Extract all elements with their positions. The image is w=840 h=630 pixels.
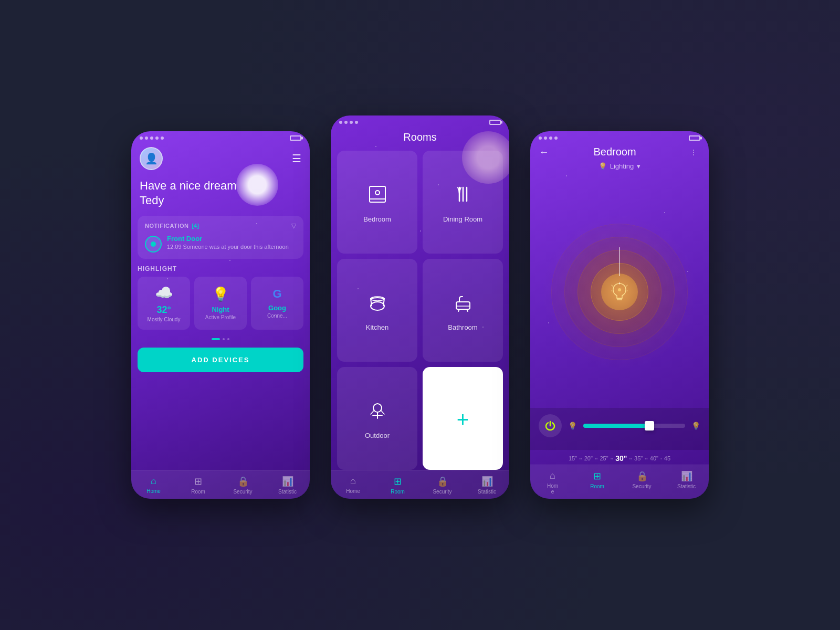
timer-40: 40" <box>650 455 658 461</box>
nav-home-label-3b: e <box>551 489 554 495</box>
nav-room-label-2: Room <box>391 489 405 495</box>
brightness-slider[interactable] <box>583 424 685 428</box>
timer-marks-row: 15" •• 20" •• 25" •• 30" •• 35" •• 40" •… <box>564 454 675 463</box>
notification-header: NOTIFICATION [4] ▽ <box>145 222 296 229</box>
nav-security-label: Security <box>233 489 252 495</box>
status-bar-3 <box>530 131 709 143</box>
nav-security-label-2: Security <box>433 489 452 495</box>
nav-statistic-label-2: Statistic <box>478 489 496 495</box>
nav-security-2[interactable]: 🔒 Security <box>420 470 465 499</box>
avatar[interactable]: 👤 <box>140 147 163 170</box>
svg-line-16 <box>381 410 384 414</box>
security-icon-2: 🔒 <box>437 476 448 487</box>
statistic-icon-2: 📊 <box>481 476 493 487</box>
more-options-icon[interactable]: ⋮ <box>690 148 700 156</box>
nav-statistic[interactable]: 📊 Statistic <box>265 470 310 499</box>
bulb-svg <box>611 282 628 301</box>
timer-dots-2: •• <box>595 456 598 461</box>
greeting-line1: Have a nice dream <box>140 178 301 194</box>
chevron-down-icon-2: ▾ <box>637 162 640 170</box>
phone1-content: 👤 ☰ Have a nice dream Tedy NOTIFICATION … <box>131 143 310 470</box>
room-card-dining[interactable]: Dining Room <box>423 151 503 254</box>
dot-active <box>212 338 220 340</box>
bathroom-label: Bathroom <box>448 323 477 331</box>
timer-dots-5: •• <box>645 456 648 461</box>
nav-home-label-2: Home <box>346 488 360 494</box>
bulb-icon: 💡 <box>212 286 229 302</box>
room-icon-2: ⊞ <box>394 476 402 487</box>
nav-security[interactable]: 🔒 Security <box>220 470 265 499</box>
phones-container: 👤 ☰ Have a nice dream Tedy NOTIFICATION … <box>131 131 709 499</box>
room-card-bathroom[interactable]: Bathroom <box>423 259 503 362</box>
nav-home-label: Home <box>146 488 161 494</box>
timer-30: 30" <box>615 454 627 463</box>
nav-room-3[interactable]: ⊞ Room <box>575 465 620 499</box>
timer-dots-4: •• <box>629 456 632 461</box>
slider-thumb[interactable] <box>645 421 654 430</box>
back-button[interactable]: ← <box>539 146 549 158</box>
google-subtitle: Conne... <box>267 313 287 319</box>
status-dots-2 <box>339 121 358 124</box>
highlight-weather-card[interactable]: ☁️ 32° Mostly Cloudy <box>138 277 190 330</box>
power-icon <box>545 421 555 431</box>
slider-fill <box>583 424 649 428</box>
notification-text: Front Door 12.09 Someone was at your doo… <box>167 235 289 250</box>
notification-dot <box>145 236 162 253</box>
notification-title: Front Door <box>167 235 289 243</box>
nav-room-2[interactable]: ⊞ Room <box>375 470 420 499</box>
phone2-content: Rooms Bedroom <box>331 127 509 470</box>
statistic-icon: 📊 <box>282 476 293 487</box>
highlight-google-card[interactable]: G Goog Conne... <box>251 277 303 330</box>
weather-label: Mostly Cloudy <box>148 317 181 322</box>
home-icon-3: ⌂ <box>550 470 555 481</box>
room-card-kitchen[interactable]: Kitchen <box>337 259 417 362</box>
highlight-label: HIGHLIGHT <box>138 265 303 272</box>
nav-home[interactable]: ⌂ Home <box>131 470 176 499</box>
lighting-label: 💡 Lighting ▾ <box>530 162 709 175</box>
night-subtitle: Active Profile <box>205 314 236 320</box>
nav-room[interactable]: ⊞ Room <box>176 470 220 499</box>
battery-icon-2 <box>489 120 501 125</box>
notification-description: 12.09 Someone was at your door this afte… <box>167 244 289 250</box>
nav-home-3[interactable]: ⌂ Hom e <box>530 465 575 499</box>
svg-rect-8 <box>456 302 470 309</box>
battery-icon <box>290 135 301 141</box>
google-title: Goog <box>268 304 286 312</box>
timer-dots-1: •• <box>579 456 582 461</box>
highlight-night-card[interactable]: 💡 Night Active Profile <box>194 277 247 330</box>
room-card-add[interactable]: + <box>423 367 503 470</box>
bulb-small-icon: 💡 <box>568 422 577 430</box>
home-icon: ⌂ <box>151 476 156 487</box>
highlight-section: HIGHLIGHT ☁️ 32° Mostly Cloudy 💡 Night A… <box>131 265 310 335</box>
svg-line-15 <box>371 410 374 414</box>
nav-statistic-2[interactable]: 📊 Statistic <box>465 470 509 499</box>
nav-home-2[interactable]: ⌂ Home <box>331 470 375 499</box>
chevron-down-icon: ▽ <box>291 222 296 229</box>
nav-statistic-3[interactable]: 📊 Statistic <box>664 465 709 499</box>
nav-security-3[interactable]: 🔒 Security <box>620 465 664 499</box>
timer-45: 45 <box>664 455 670 461</box>
menu-icon[interactable]: ☰ <box>292 152 301 165</box>
highlight-cards: ☁️ 32° Mostly Cloudy 💡 Night Active Prof… <box>138 277 303 330</box>
svg-line-21 <box>612 285 613 287</box>
notification-card[interactable]: NOTIFICATION [4] ▽ Front Door 12.09 Some… <box>138 216 303 259</box>
ring-center <box>601 274 638 310</box>
notification-time: 12.09 <box>167 244 182 250</box>
outdoor-label: Outdoor <box>365 432 390 439</box>
timer-ruler: 15" •• 20" •• 25" •• 30" •• 35" •• 40" •… <box>530 450 709 465</box>
power-button[interactable] <box>539 414 562 437</box>
security-icon-3: 🔒 <box>636 470 648 482</box>
phone1-header: 👤 ☰ <box>131 143 310 176</box>
rooms-title: Rooms <box>331 127 509 151</box>
room-card-bedroom[interactable]: Bedroom <box>337 151 417 254</box>
carousel-dots <box>131 335 310 345</box>
room-card-outdoor[interactable]: Outdoor <box>337 367 417 470</box>
status-bar-1 <box>131 131 310 143</box>
timer-15: 15" <box>569 455 577 461</box>
svg-point-6 <box>371 302 384 310</box>
phone3-header: ← Bedroom ⋮ <box>530 143 709 162</box>
statistic-icon-3: 📊 <box>681 470 692 482</box>
bulb-large-icon: 💡 <box>691 422 700 430</box>
add-devices-button[interactable]: ADD DEVICES <box>138 348 303 372</box>
notification-msg: Someone was at your door this afternoon <box>183 244 289 250</box>
